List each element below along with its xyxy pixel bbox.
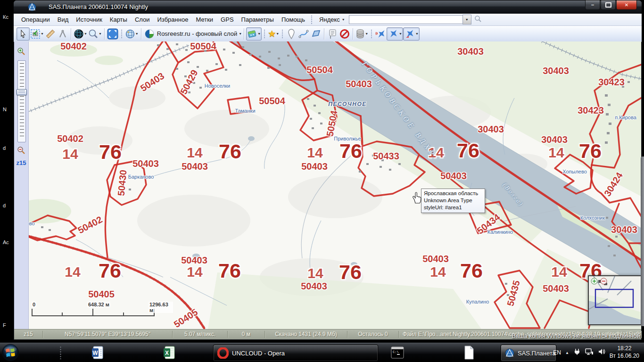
add-path-button[interactable]	[297, 28, 310, 40]
map-tooltip: Ярославская область Unknown Area Type st…	[421, 189, 485, 213]
status-remaining: Осталось 0	[347, 331, 399, 338]
search-icon[interactable]	[474, 15, 482, 24]
search-engine-label: Яндекс	[319, 16, 340, 23]
datasource-globe-button[interactable]: ▼	[124, 28, 139, 40]
tray-clock[interactable]: 18:22 Вт 16.06.20	[610, 345, 639, 360]
zoom-in-icon[interactable]	[17, 47, 25, 56]
zoom-slider[interactable]	[17, 60, 26, 142]
speaker-icon[interactable]	[598, 348, 605, 357]
selection-manager-button[interactable]: ▼	[30, 28, 44, 40]
favorites-star-button[interactable]: ★ ▼	[267, 28, 280, 40]
select-cursor-button[interactable]	[17, 27, 30, 41]
minimap-zoom-in-icon[interactable]	[591, 278, 598, 287]
chevron-down-icon: ▼	[365, 32, 368, 35]
fullscreen-button[interactable]	[107, 28, 119, 40]
menu-help[interactable]: Помощь	[278, 15, 309, 25]
status-zoom: z15	[14, 331, 43, 338]
desktop-icon-label[interactable]: Кс	[3, 14, 8, 20]
tooltip-line: Unknown Area Type	[424, 197, 482, 204]
network-icon[interactable]	[585, 348, 594, 357]
zoom-rect-button[interactable]: ▼	[88, 28, 102, 40]
map-label: 50430	[116, 169, 128, 196]
status-elevation: 0 м	[228, 331, 265, 338]
gps-connect-button[interactable]: ▼	[387, 27, 403, 41]
minimize-button[interactable]: ‒	[585, 0, 600, 10]
separator	[244, 28, 244, 40]
separator	[141, 28, 141, 40]
map-label: 50403	[543, 284, 569, 293]
chevron-down-icon: ▼	[41, 32, 44, 35]
layer-fill-button[interactable]: ▼	[246, 27, 262, 41]
taskbar-grip	[59, 346, 62, 359]
add-placemark-button[interactable]	[285, 28, 297, 40]
menu-gps[interactable]: GPS	[217, 15, 237, 25]
search-input[interactable]	[349, 15, 462, 24]
power-icon[interactable]	[573, 348, 581, 357]
toolbar-grip	[281, 29, 283, 39]
globe-view-button[interactable]: ▼	[73, 28, 88, 40]
delete-placemark-button[interactable]	[339, 28, 351, 40]
menu-layers[interactable]: Слои	[131, 15, 154, 25]
desktop-icon-label[interactable]: d	[3, 145, 6, 151]
map-label: 50403	[301, 281, 327, 291]
minimap-zoom-out-icon[interactable]	[600, 278, 607, 287]
menu-maps[interactable]: Карты	[106, 15, 131, 25]
desktop-icon-label[interactable]: F	[3, 322, 6, 328]
status-coordinates: N57°59'11.5079" E39°13'19.5695"	[43, 331, 173, 338]
maximize-button[interactable]	[601, 0, 616, 10]
map-label: ПЕСОЧНОЕ	[328, 101, 366, 107]
language-indicator[interactable]: EN	[553, 349, 561, 356]
taskbar-excel-icon[interactable]: X	[162, 346, 176, 360]
gps-follow-button[interactable]: ▼	[403, 27, 420, 41]
map-label: 30423	[598, 77, 625, 87]
zoom-out-icon[interactable]	[17, 146, 25, 155]
taskbar-word-icon[interactable]: W	[91, 346, 105, 360]
map-label: 50403	[346, 79, 372, 89]
desktop-icon-label[interactable]: Ac	[3, 239, 9, 245]
menubar: Операции Вид Источник Карты Слои Избранн…	[14, 14, 642, 26]
taskbar-sas-button[interactable]: SAS.Планета 200...	[501, 345, 556, 362]
tooltip-line: Ярославская область	[424, 190, 482, 197]
taskbar-cmd-icon[interactable]: C:\	[390, 346, 405, 360]
map-label: Купалино	[466, 299, 489, 304]
map-label: 30423	[578, 106, 604, 115]
gps-track-button[interactable]	[374, 28, 387, 40]
layer-selector[interactable]: Rosreestr.ru - фоновый слой	[156, 30, 239, 37]
chevron-down-icon: ▼	[84, 32, 87, 35]
map-label: 76	[339, 141, 362, 161]
map-label: 50403	[181, 255, 207, 265]
map-label: 50403	[422, 254, 449, 263]
desktop-icon-label[interactable]: d	[3, 203, 6, 208]
ruler-button[interactable]	[44, 28, 57, 40]
map-label: Новоселки	[205, 83, 231, 89]
add-polygon-button[interactable]	[310, 28, 322, 40]
menu-parameters[interactable]: Параметры	[238, 15, 278, 25]
search-dropdown-button[interactable]: ▼	[462, 15, 471, 25]
overview-minimap[interactable]	[588, 275, 641, 325]
toolbar-grip	[311, 15, 313, 25]
close-button[interactable]: ✕	[616, 0, 637, 10]
map-label: Барканово	[128, 174, 154, 180]
search-engine-selector[interactable]: Яндекс ▼	[314, 15, 347, 25]
zoom-slider-thumb[interactable]	[17, 89, 27, 95]
placemark-info-button[interactable]	[326, 28, 339, 40]
opera-icon	[217, 347, 229, 359]
desktop-icon-label[interactable]: N	[3, 107, 7, 112]
start-button[interactable]	[1, 344, 19, 362]
distance-measure-button[interactable]	[57, 28, 69, 40]
zoom-panel: z15	[14, 41, 29, 329]
titlebar[interactable]: SAS.Планета 200601.10074 Nightly ‒ ✕	[14, 0, 642, 14]
hand-cursor-icon	[412, 191, 422, 206]
menu-source[interactable]: Источник	[72, 15, 106, 25]
maximize-icon	[605, 2, 611, 8]
map-label: 76	[579, 141, 602, 161]
menu-operations[interactable]: Операции	[17, 15, 54, 25]
tray-expand-icon[interactable]: ▲	[565, 351, 569, 355]
menu-favorites[interactable]: Избранное	[154, 15, 192, 25]
menu-placemarks[interactable]: Метки	[192, 15, 217, 25]
taskbar-document-icon[interactable]	[462, 346, 476, 360]
menu-view[interactable]: Вид	[54, 15, 73, 25]
map-canvas[interactable]: 50402505045040350429Новоселки50504504033…	[29, 41, 641, 329]
taskbar-opera-button[interactable]: UNCLOUD - Opera	[213, 345, 378, 362]
cache-manager-button[interactable]: ▼	[355, 28, 369, 40]
